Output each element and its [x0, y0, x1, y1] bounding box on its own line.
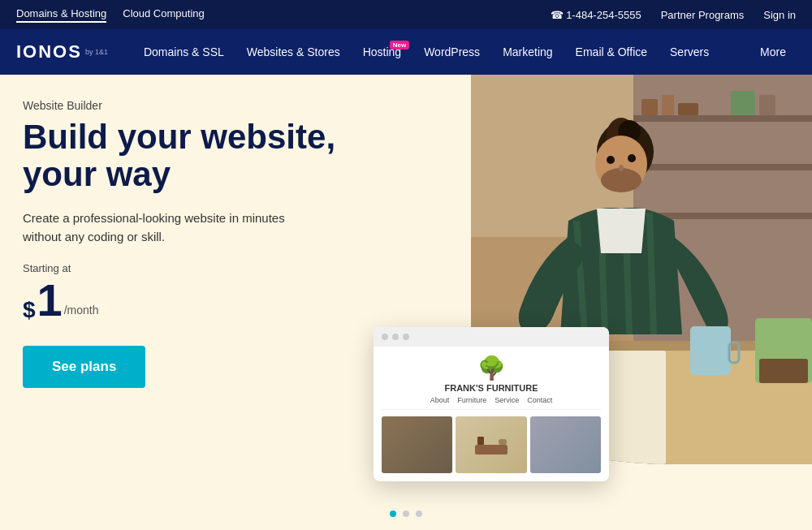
preview-nav-service: Service — [495, 396, 519, 404]
svg-point-16 — [607, 156, 615, 164]
preview-images — [382, 416, 601, 473]
carousel-dot-2[interactable] — [403, 511, 409, 517]
svg-rect-8 — [678, 103, 698, 115]
logo[interactable]: IONOS by 1&1 — [16, 41, 108, 62]
svg-rect-6 — [641, 99, 658, 115]
top-bar-cloud-computing[interactable]: Cloud Computing — [123, 7, 204, 23]
hero-price: $ 1 /month — [23, 278, 335, 323]
nav-item-hosting[interactable]: Hosting New — [353, 39, 411, 65]
hero-price-label: Starting at — [23, 262, 335, 274]
see-plans-button[interactable]: See plans — [23, 346, 145, 388]
svg-rect-9 — [731, 91, 755, 115]
partner-programs-link[interactable]: Partner Programs — [661, 9, 745, 21]
carousel-dots — [390, 511, 422, 517]
logo-ionos: IONOS — [16, 41, 82, 62]
preview-brand-name: FRANK'S FURNITURE — [382, 383, 601, 393]
browser-dot-2 — [392, 334, 399, 340]
nav-item-domains[interactable]: Domains & SSL — [134, 39, 234, 65]
hero-section: Website Builder Build your website, your… — [0, 75, 812, 530]
price-period: /month — [64, 304, 99, 317]
nav-item-marketing[interactable]: Marketing — [493, 39, 562, 65]
svg-rect-28 — [690, 326, 731, 375]
svg-point-15 — [601, 168, 641, 192]
preview-image-1 — [382, 416, 452, 473]
browser-bar — [374, 327, 609, 347]
sign-in-link[interactable]: Sign in — [763, 9, 796, 21]
hero-content: Website Builder Build your website, your… — [23, 99, 335, 388]
top-bar-domains-hosting[interactable]: Domains & Hosting — [16, 7, 106, 23]
svg-rect-33 — [477, 437, 484, 445]
top-bar-right: ☎ 1-484-254-5555 Partner Programs Sign i… — [551, 9, 797, 21]
preview-nav-contact: Contact — [527, 396, 552, 404]
logo-by: by 1&1 — [85, 49, 108, 56]
browser-dot-1 — [382, 334, 388, 340]
preview-image-3 — [530, 416, 601, 473]
nav-links: Domains & SSL Websites & Stores Hosting … — [134, 39, 750, 65]
carousel-dot-1[interactable] — [390, 511, 396, 517]
svg-rect-31 — [759, 359, 808, 383]
hosting-new-badge: New — [390, 41, 409, 50]
price-dollar: $ — [23, 297, 36, 323]
svg-rect-10 — [759, 95, 775, 115]
nav-item-servers[interactable]: Servers — [660, 39, 719, 65]
phone-number: ☎ 1-484-254-5555 — [551, 9, 641, 21]
svg-line-22 — [650, 213, 654, 334]
nav-item-email[interactable]: Email & Office — [566, 39, 657, 65]
top-bar: Domains & Hosting Cloud Computing ☎ 1-48… — [0, 0, 812, 29]
hero-description: Create a professional-looking website in… — [23, 209, 299, 246]
preview-nav-about: About — [430, 396, 450, 404]
nav-more[interactable]: More — [750, 39, 796, 65]
hero-subtitle: Website Builder — [23, 99, 335, 112]
phone-icon: ☎ — [551, 9, 564, 21]
website-preview-card: 🌳 FRANK'S FURNITURE About Furniture Serv… — [374, 327, 609, 481]
carousel-dot-3[interactable] — [416, 511, 422, 517]
svg-point-17 — [628, 154, 636, 162]
browser-dot-3 — [403, 334, 409, 340]
nav-item-wordpress[interactable]: WordPress — [414, 39, 490, 65]
price-amount: 1 — [37, 278, 63, 323]
svg-rect-3 — [633, 115, 812, 122]
svg-rect-34 — [499, 439, 507, 445]
top-bar-links: Domains & Hosting Cloud Computing — [16, 7, 205, 23]
hero-title: Build your website, your way — [23, 118, 335, 193]
preview-content: 🌳 FRANK'S FURNITURE About Furniture Serv… — [374, 347, 609, 481]
preview-image-2 — [456, 416, 526, 473]
preview-nav-furniture: Furniture — [457, 396, 486, 404]
main-nav: IONOS by 1&1 Domains & SSL Websites & St… — [0, 29, 812, 75]
nav-item-websites[interactable]: Websites & Stores — [237, 39, 350, 65]
svg-rect-7 — [662, 95, 674, 115]
svg-rect-32 — [475, 445, 508, 455]
svg-point-18 — [619, 165, 624, 171]
preview-tree-icon: 🌳 — [382, 355, 601, 381]
preview-nav: About Furniture Service Contact — [382, 396, 601, 410]
svg-rect-4 — [633, 164, 812, 170]
